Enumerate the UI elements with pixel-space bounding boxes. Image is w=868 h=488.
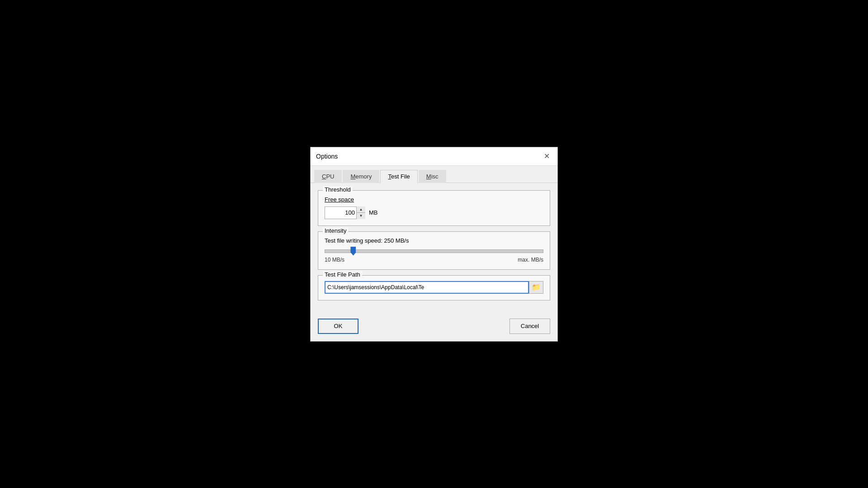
threshold-group-label: Threshold [323, 186, 353, 193]
cancel-button[interactable]: Cancel [509, 319, 550, 334]
folder-icon: 📁 [532, 283, 541, 291]
intensity-group: Intensity Test file writing speed: 250 M… [318, 231, 550, 270]
tab-misc-label: Misc [426, 173, 439, 180]
slider-max-label: max. MB/s [518, 257, 543, 263]
test-file-path-label: Test File Path [323, 271, 362, 278]
tab-misc[interactable]: Misc [419, 170, 446, 183]
close-button[interactable]: ✕ [541, 151, 552, 162]
path-input[interactable] [325, 281, 529, 294]
tab-testfile[interactable]: Test File [380, 170, 417, 183]
spinner-wrapper: 100 ▲ ▼ [325, 206, 365, 219]
tab-memory-label: Memory [350, 173, 372, 180]
unit-label: MB [369, 209, 378, 216]
spinner-down-button[interactable]: ▼ [357, 213, 365, 219]
free-space-row: 100 ▲ ▼ MB [325, 206, 543, 219]
slider-container [325, 247, 543, 255]
tabs-bar: CPU Memory Test File Misc [311, 166, 557, 183]
tab-testfile-label: Test File [388, 173, 410, 180]
dialog-content: Threshold Free space 100 ▲ ▼ MB Intensit… [311, 183, 557, 313]
browse-button[interactable]: 📁 [529, 281, 543, 294]
slider-min-label: 10 MB/s [325, 257, 344, 263]
dialog-title: Options [316, 153, 338, 160]
title-bar: Options ✕ [311, 147, 557, 166]
ok-button[interactable]: OK [318, 319, 359, 334]
path-row: 📁 [325, 281, 543, 294]
free-space-label: Free space [325, 196, 543, 203]
intensity-slider[interactable] [325, 249, 543, 253]
tab-memory[interactable]: Memory [343, 170, 379, 183]
tab-cpu[interactable]: CPU [314, 170, 342, 183]
tab-cpu-label: CPU [322, 173, 334, 180]
speed-label: Test file writing speed: 250 MB/s [325, 237, 543, 244]
options-dialog: Options ✕ CPU Memory Test File Misc Thre… [310, 147, 558, 342]
intensity-group-label: Intensity [323, 227, 348, 234]
spinner-up-button[interactable]: ▲ [357, 206, 365, 213]
dialog-footer: OK Cancel [311, 313, 557, 341]
test-file-path-group: Test File Path 📁 [318, 275, 550, 300]
threshold-group: Threshold Free space 100 ▲ ▼ MB [318, 190, 550, 226]
spinner-arrows: ▲ ▼ [356, 206, 365, 219]
